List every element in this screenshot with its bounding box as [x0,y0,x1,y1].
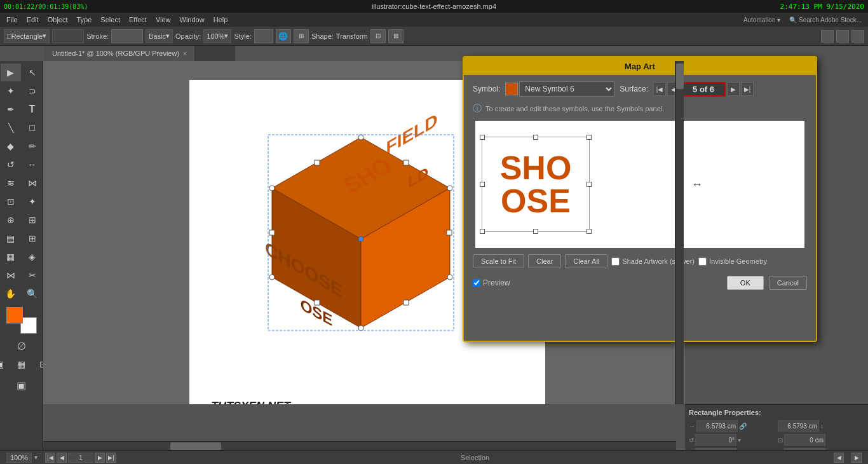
svg-point-9 [447,186,452,191]
x-input[interactable] [784,434,825,446]
horizontal-scrollbar[interactable] [43,441,676,450]
eyedropper-tool[interactable]: ◈ [22,248,43,266]
free-transform-tool[interactable]: ⊡ [1,193,21,210]
shade-artwork-checkbox[interactable] [611,257,620,266]
surface-last-button[interactable]: ▶| [741,82,754,96]
surface-label: Surface: [620,85,648,93]
zoom-input[interactable] [6,453,32,463]
puppet-warp-tool[interactable]: ✦ [22,193,43,210]
svg-rect-16 [403,160,409,165]
opacity-selector[interactable]: 100% ▾ [203,29,231,43]
direct-select-tool[interactable]: ↖ [22,64,43,81]
pen-tool[interactable]: ✒ [1,100,21,118]
scroll-thumb-h[interactable] [170,442,221,450]
type-tool[interactable]: T [22,100,43,118]
perspective-tool[interactable]: ▤ [1,229,21,247]
live-paint-tool[interactable]: ⊞ [22,211,43,229]
preview-area[interactable]: SHO OSE ↔ [475,121,804,248]
surface-next-button[interactable]: ▶ [727,82,740,96]
preview-checkbox-label[interactable]: Preview [473,278,510,287]
mesh-tool[interactable]: ⊞ [22,229,43,247]
dialog-title-bar: Map Art [464,57,816,75]
scroll-thumb-v[interactable] [676,64,684,89]
angle-input[interactable] [695,434,736,446]
paintbrush-tool[interactable]: ◆ [1,137,21,155]
preview-checkbox[interactable] [473,279,480,287]
clear-button[interactable]: Clear [528,254,561,268]
menu-select[interactable]: Select [97,15,124,25]
tab-close-button[interactable]: × [183,50,187,57]
handle-tm [533,135,538,140]
menu-edit[interactable]: Edit [23,15,43,25]
clock-display: 2:47:13 PM 9/15/2020 [780,3,864,11]
line-tool[interactable]: ╲ [1,119,21,137]
shape-builder-tool[interactable]: ⊕ [1,211,21,229]
none-icon[interactable]: ∅ [11,337,32,355]
rect-tool[interactable]: □ [22,119,43,137]
rotate-tool[interactable]: ↺ [1,156,21,174]
fill-color-indicator[interactable] [6,307,23,324]
pencil-tool[interactable]: ✏ [22,137,43,155]
warp-tool[interactable]: ≋ [1,174,21,192]
tool-mode-label: Selection [461,454,489,461]
menu-window[interactable]: Window [176,15,208,25]
page-first-button[interactable]: |◀ [45,453,55,463]
style-box[interactable] [254,29,273,43]
panel-menu-icon[interactable] [851,30,864,43]
menu-help[interactable]: Help [210,15,232,25]
watermark: TUTSXEN·NET [202,396,299,404]
artboard-next-button[interactable]: ▶ [851,453,862,463]
width-tool[interactable]: ⋈ [22,174,43,192]
cancel-button[interactable]: Cancel [769,276,807,290]
artboard-tool[interactable]: ▣ [11,376,32,394]
vertical-scrollbar[interactable] [675,61,684,404]
search-box[interactable]: 🔍 Search Adobe Stock... [785,17,865,24]
zoom-control[interactable]: ▾ [6,453,37,463]
hand-tool[interactable]: ✋ [1,285,21,303]
automation-menu[interactable]: Automation ▾ [740,17,784,24]
artboard-prev-button[interactable]: ◀ [834,453,844,463]
tab-bar: Untitled-1* @ 100% (RGB/GPU Preview) × [44,46,235,61]
list-view-icon[interactable] [836,30,849,43]
menu-file[interactable]: File [3,15,22,25]
symbol-dropdown[interactable]: New Symbol 6 [519,81,614,97]
document-tab[interactable]: Untitled-1* @ 100% (RGB/GPU Preview) × [44,46,195,61]
blend-tool[interactable]: ⋈ [1,266,21,284]
stroke-color-box[interactable] [52,29,84,43]
basic-dropdown-icon: ▾ [166,32,170,40]
scale-to-fit-button[interactable]: Scale to Fit [473,254,524,268]
height-input[interactable] [778,420,819,432]
color-mode-icon[interactable]: ▣ [0,355,10,373]
handle-ml [480,182,485,187]
width-input[interactable] [696,420,738,432]
clear-all-button[interactable]: Clear All [565,254,607,268]
menu-effect[interactable]: Effect [125,15,151,25]
lasso-tool[interactable]: ⊃ [22,82,43,100]
page-prev-button[interactable]: ◀ [57,453,67,463]
magic-wand-tool[interactable]: ✦ [1,82,21,100]
shape-selector[interactable]: □ Rectangle ▾ [4,29,50,43]
surface-first-button[interactable]: |◀ [653,82,666,96]
gradient-mode-icon[interactable]: ▦ [11,355,32,373]
invisible-geometry-checkbox-label[interactable]: Invisible Geometry [698,257,767,266]
gradient-tool[interactable]: ▦ [1,248,21,266]
basic-selector[interactable]: Basic ▾ [146,29,173,43]
scale-tool[interactable]: ↔ [22,156,43,174]
stroke-weight-box[interactable] [111,29,143,43]
cube-illustration[interactable]: SHO CHOOSE OSE FIELD LD [240,112,482,353]
ok-button[interactable]: OK [727,276,764,290]
page-last-button[interactable]: ▶| [106,453,116,463]
page-next-button[interactable]: ▶ [95,453,105,463]
menu-view[interactable]: View [152,15,175,25]
page-navigation: |◀ ◀ ▶ ▶| [45,453,116,463]
page-input[interactable] [68,453,93,463]
menu-object[interactable]: Object [44,15,72,25]
title-bar: 00:01:22/00:01:39(83%) illustrator:cube-… [0,0,868,13]
menu-type[interactable]: Type [73,15,96,25]
scissors-tool[interactable]: ✂ [22,266,43,284]
invisible-geometry-checkbox[interactable] [698,257,707,266]
grid-view-icon[interactable] [821,30,834,43]
zoom-tool[interactable]: 🔍 [22,285,43,303]
selection-tool[interactable]: ▶ [1,64,21,81]
angle-dropdown-icon: ▾ [738,437,741,444]
